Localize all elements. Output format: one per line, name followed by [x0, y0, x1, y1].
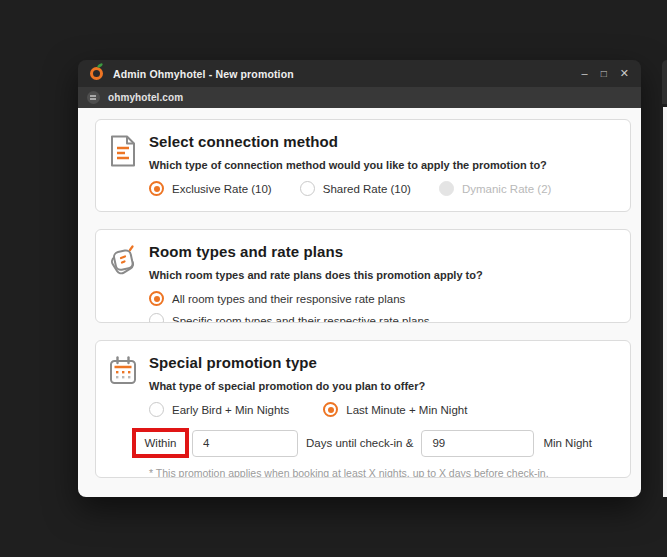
- section-special-promotion: Special promotion type What type of spec…: [95, 340, 631, 478]
- section-title: Select connection method: [149, 133, 614, 150]
- radio-unselected-icon[interactable]: [149, 402, 164, 417]
- page-content: Select connection method Which type of c…: [78, 108, 641, 497]
- document-icon: [108, 133, 138, 167]
- days-until-checkin-label: Days until check-in &: [306, 437, 413, 449]
- section-connection-method: Select connection method Which type of c…: [95, 119, 631, 212]
- radio-label: Last Minute + Min Night: [346, 404, 467, 416]
- min-night-label: Min Night: [543, 437, 592, 449]
- promotion-type-options: Early Bird + Min Nights Last Minute + Mi…: [149, 402, 614, 417]
- background-window-titlebar-sliver: [662, 60, 667, 104]
- within-label: Within: [145, 437, 177, 449]
- section-title: Room types and rate plans: [149, 243, 614, 260]
- room-type-options: All room types and their responsive rate…: [149, 291, 614, 323]
- url-bar[interactable]: ohmyhotel.com: [78, 87, 641, 108]
- section-question: Which room types and rate plans does thi…: [149, 269, 614, 281]
- section-question: What type of special promotion do you pl…: [149, 380, 614, 392]
- radio-shared-rate[interactable]: Shared Rate (10): [300, 181, 411, 196]
- annotation-highlight-box: Within: [132, 428, 189, 458]
- radio-exclusive-rate[interactable]: Exclusive Rate (10): [149, 181, 272, 196]
- radio-label: Early Bird + Min Nights: [172, 404, 289, 416]
- window-controls: – □ ✕: [582, 68, 629, 79]
- radio-label: Exclusive Rate (10): [172, 183, 272, 195]
- minimize-button[interactable]: –: [582, 68, 588, 79]
- radio-early-bird[interactable]: Early Bird + Min Nights: [149, 402, 289, 417]
- last-minute-inputs-row: Within Days until check-in & Min Night: [149, 428, 614, 458]
- section-room-types: Room types and rate plans Which room typ…: [95, 229, 631, 323]
- close-button[interactable]: ✕: [620, 68, 629, 79]
- maximize-button[interactable]: □: [601, 69, 607, 79]
- promotion-footnote: * This promotion applies when booking at…: [149, 467, 614, 478]
- min-night-input[interactable]: [421, 430, 534, 457]
- calendar-icon: [108, 354, 138, 386]
- radio-unselected-icon[interactable]: [149, 313, 164, 323]
- radio-label: Shared Rate (10): [323, 183, 411, 195]
- days-until-checkin-input[interactable]: [192, 430, 298, 457]
- radio-dynamic-rate: Dymanic Rate (2): [439, 181, 551, 196]
- title-bar[interactable]: Admin Ohmyhotel - New promotion – □ ✕: [78, 60, 641, 87]
- radio-unselected-icon[interactable]: [300, 181, 315, 196]
- notes-icon: [108, 243, 138, 277]
- radio-specific-room-types[interactable]: Specific room types and their respective…: [149, 313, 430, 323]
- site-favicon-icon: [87, 91, 100, 104]
- radio-selected-icon[interactable]: [149, 291, 164, 306]
- radio-selected-icon[interactable]: [323, 402, 338, 417]
- url-text: ohmyhotel.com: [108, 92, 183, 103]
- radio-disabled-icon: [439, 181, 454, 196]
- radio-label: Specific room types and their respective…: [172, 315, 430, 324]
- browser-window: Admin Ohmyhotel - New promotion – □ ✕ oh…: [78, 60, 641, 497]
- section-title: Special promotion type: [149, 354, 614, 371]
- radio-last-minute[interactable]: Last Minute + Min Night: [323, 402, 467, 417]
- radio-selected-icon[interactable]: [149, 181, 164, 196]
- ohmyhotel-logo-icon: [90, 67, 103, 80]
- section-question: Which type of connection method would yo…: [149, 159, 614, 171]
- background-window-body-sliver: [663, 107, 667, 497]
- radio-label: Dymanic Rate (2): [462, 183, 551, 195]
- radio-label: All room types and their responsive rate…: [172, 293, 405, 305]
- connection-method-options: Exclusive Rate (10) Shared Rate (10) Dym…: [149, 181, 614, 196]
- window-title: Admin Ohmyhotel - New promotion: [113, 68, 294, 80]
- radio-all-room-types[interactable]: All room types and their responsive rate…: [149, 291, 405, 306]
